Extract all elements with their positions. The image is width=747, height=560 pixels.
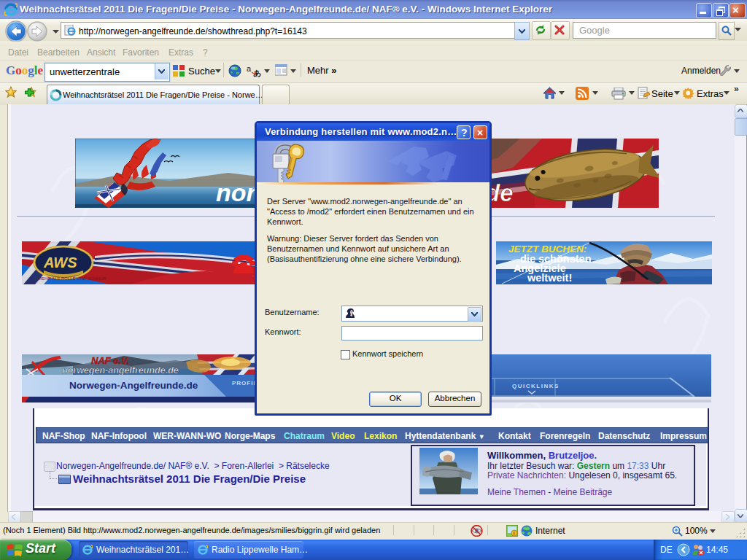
svg-text:nor: nor [216, 179, 258, 206]
svg-text:weltweit!: weltweit! [527, 272, 572, 284]
svg-text:AWS: AWS [43, 254, 77, 271]
svg-text:あ: あ [253, 69, 261, 77]
svg-text:QUICKLINKS: QUICKLINKS [512, 383, 560, 389]
svg-text:a: a [247, 64, 252, 73]
svg-text:norwegen-angelfreunde.de: norwegen-angelfreunde.de [62, 365, 179, 376]
svg-text:NAF e.V.: NAF e.V. [91, 355, 129, 366]
svg-text:!: ! [514, 531, 515, 536]
svg-text:Norwegen-Angelfreunde.de: Norwegen-Angelfreunde.de [69, 380, 198, 391]
svg-text:MEHR ALS ROLLE UND SCHNUR: MEHR ALS ROLLE UND SCHNUR [38, 276, 107, 281]
